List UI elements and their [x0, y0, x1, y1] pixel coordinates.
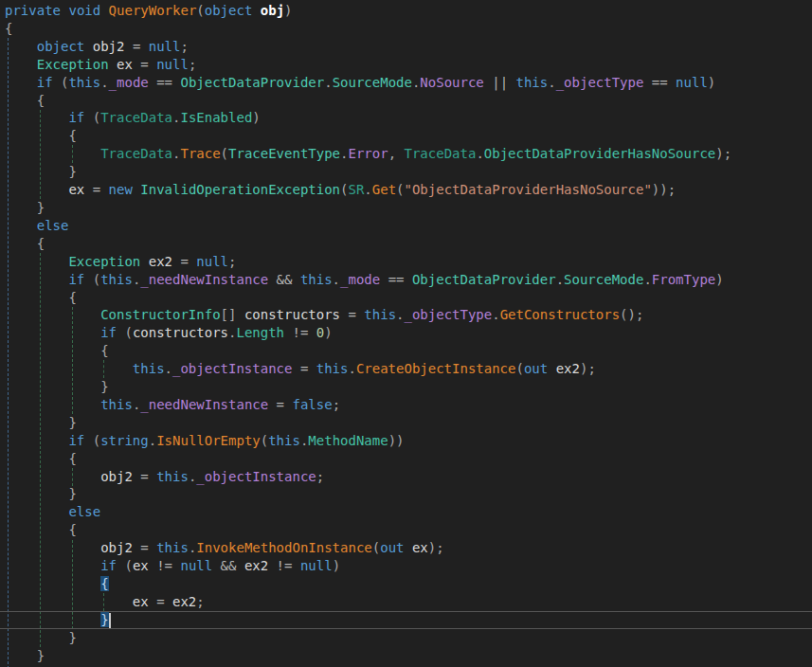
token-pu: . — [165, 361, 172, 376]
token-ws — [5, 343, 100, 358]
token-pu: ; — [316, 469, 324, 484]
token-ws — [5, 558, 100, 573]
code-editor[interactable]: private void QueryWorker(object obj){ ob… — [0, 0, 812, 667]
code-line[interactable]: this._objectInstance = this.CreateObject… — [5, 360, 731, 378]
code-line[interactable]: if (this._needNewInstance && this._mode … — [5, 271, 731, 289]
code-line[interactable]: } — [5, 378, 731, 396]
token-pu: } — [68, 486, 76, 501]
token-kw: else — [68, 504, 100, 519]
code-line[interactable]: { — [5, 92, 731, 110]
code-line[interactable]: if (ex != null && ex2 != null) — [5, 557, 731, 575]
token-kw: if — [100, 558, 117, 573]
code-line[interactable]: { — [5, 342, 731, 360]
code-line[interactable]: Exception ex = null; — [5, 56, 731, 74]
token-ty: SourceMode — [333, 75, 412, 90]
token-lo: ex — [133, 558, 149, 573]
token-ws — [5, 361, 133, 376]
code-line[interactable]: obj2 = this.InvokeMethodOnInstance(out e… — [5, 539, 731, 557]
token-kw: null — [196, 254, 228, 269]
code-line[interactable]: if (this._mode == ObjectDataProvider.Sou… — [5, 74, 731, 92]
code-line[interactable]: object obj2 = null; — [5, 38, 731, 56]
token-ty: ObjectDataProvider — [412, 272, 556, 287]
token-sty: TraceData — [405, 146, 477, 161]
code-line[interactable]: ConstructorInfo[] constructors = this._o… — [5, 306, 731, 324]
token-pu: { — [5, 21, 12, 36]
code-line[interactable]: } — [5, 199, 731, 217]
token-pu: { — [68, 451, 76, 466]
token-pu: ( — [372, 540, 380, 555]
token-pu: ); — [580, 361, 596, 376]
code-line[interactable]: ex = ex2; — [5, 593, 731, 611]
code-line[interactable]: { — [5, 20, 731, 38]
code-line[interactable]: { — [5, 521, 731, 539]
token-kw: else — [37, 218, 69, 233]
token-op: = — [149, 594, 172, 609]
token-ws — [100, 3, 108, 18]
token-pr: Length — [236, 325, 284, 340]
code-line[interactable]: } — [5, 647, 731, 665]
token-ws — [5, 415, 68, 430]
code-line[interactable]: { — [5, 575, 731, 593]
token-kw: this — [364, 307, 396, 322]
token-sty: TraceData — [100, 146, 172, 161]
token-kw: if — [68, 433, 84, 448]
code-line[interactable]: } — [5, 414, 731, 432]
code-line[interactable]: { — [5, 289, 731, 307]
code-line[interactable]: private void QueryWorker(object obj) — [5, 2, 731, 20]
token-lo: ex2 — [149, 254, 172, 269]
token-pu: ( — [84, 272, 100, 287]
token-fl: _mode — [109, 75, 149, 90]
code-line[interactable]: } — [5, 629, 731, 647]
token-ws — [5, 612, 100, 627]
token-ty: Exception — [37, 57, 109, 72]
token-kw: this — [100, 397, 133, 412]
token-lo: constructors — [244, 307, 340, 322]
code-line[interactable]: else — [5, 217, 731, 235]
code-line[interactable]: } — [5, 485, 731, 503]
token-pu: )) — [388, 433, 405, 448]
code-line[interactable]: if (TraceData.IsEnabled) — [5, 109, 731, 127]
token-op: = — [133, 540, 156, 555]
token-lo: ex2 — [172, 594, 196, 609]
code-line[interactable]: } — [5, 611, 731, 629]
token-ws — [5, 128, 68, 143]
code-line[interactable]: TraceData.Trace(TraceEventType.Error, Tr… — [5, 145, 731, 163]
code-line[interactable]: this._needNewInstance = false; — [5, 396, 731, 414]
token-pu: { — [68, 522, 76, 537]
token-kw: out — [524, 361, 548, 376]
token-op: == — [643, 75, 676, 90]
token-me: GetConstructors — [500, 307, 620, 322]
token-op: = — [84, 182, 108, 197]
code-line[interactable]: { — [5, 127, 731, 145]
token-kw: this — [68, 75, 100, 90]
token-pu: . — [340, 146, 348, 161]
token-ws — [5, 397, 100, 412]
token-ws — [5, 93, 37, 108]
token-pu: ( — [84, 433, 100, 448]
code-line[interactable]: else — [5, 503, 731, 521]
token-lo: obj2 — [100, 540, 133, 555]
code-line[interactable]: obj2 = this._objectInstance; — [5, 468, 731, 486]
code-line[interactable]: if (string.IsNullOrEmpty(this.MethodName… — [5, 432, 731, 450]
token-ws — [140, 254, 148, 269]
code-line[interactable]: { — [5, 450, 731, 468]
token-me: Get — [372, 182, 396, 197]
code-line[interactable]: { — [5, 235, 731, 253]
token-ws — [5, 648, 37, 663]
code-line[interactable]: if (constructors.Length != 0) — [5, 324, 731, 342]
token-ty: ObjectDataProvider — [180, 75, 324, 90]
token-ty: InvalidOperationException — [140, 182, 340, 197]
token-pu: . — [396, 307, 404, 322]
token-kw: this — [100, 272, 133, 287]
token-me: Trace — [180, 146, 220, 161]
token-pu: . — [548, 75, 555, 90]
code-line[interactable]: Exception ex2 = null; — [5, 253, 731, 271]
code-line[interactable]: ex = new InvalidOperationException(SR.Ge… — [5, 181, 731, 199]
code-line[interactable]: } — [5, 163, 731, 181]
token-lo: obj2 — [93, 39, 125, 54]
token-pu: } — [68, 630, 76, 645]
token-ws — [5, 200, 37, 215]
token-me: QueryWorker — [109, 3, 197, 18]
token-fl: _needNewInstance — [140, 397, 268, 412]
token-kw: this — [156, 469, 189, 484]
